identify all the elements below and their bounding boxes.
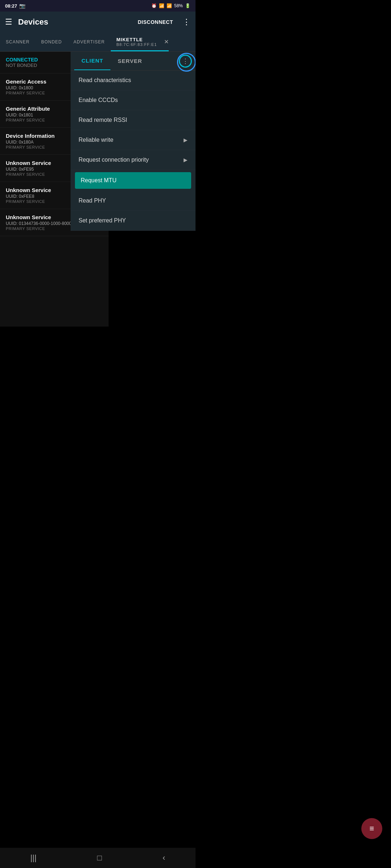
mikettle-tab[interactable]: MIKETTLE B8:7C:6F:83:FF:E1: [111, 33, 163, 51]
more-options-icon[interactable]: ⋮: [182, 17, 190, 27]
tab-scanner[interactable]: SCANNER: [0, 35, 35, 49]
chevron-right-icon: ▶: [184, 157, 188, 163]
chevron-right-icon: ▶: [184, 137, 188, 143]
tab-bonded[interactable]: BONDED: [35, 35, 68, 49]
tab-server[interactable]: SERVER: [110, 52, 149, 70]
menu-item-request-connection-priority[interactable]: Request connection priority ▶: [71, 150, 196, 170]
device-tab-name: MIKETTLE: [117, 37, 143, 42]
menu-item-reliable-write[interactable]: Reliable write ▶: [71, 130, 196, 150]
client-more-button[interactable]: ⋮: [179, 55, 192, 68]
tab-client[interactable]: CLIENT: [74, 52, 110, 70]
notification-icon: 📷: [19, 3, 25, 9]
wifi-icon: 📶: [159, 3, 164, 8]
three-dots-icon: ⋮: [182, 57, 189, 65]
time-display: 08:27: [5, 3, 17, 9]
menu-item-read-characteristics[interactable]: Read characteristics: [71, 71, 196, 90]
menu-item-read-remote-rssi[interactable]: Read remote RSSI: [71, 110, 196, 130]
active-device-tab[interactable]: MIKETTLE B8:7C:6F:83:FF:E1 ✕: [111, 33, 169, 52]
status-time-area: 08:27 📷: [5, 3, 25, 9]
device-tab-bar: SCANNER BONDED ADVERTISER MIKETTLE B8:7C…: [0, 33, 196, 52]
battery-icon: 🔋: [185, 3, 190, 8]
battery-display: 58%: [174, 3, 183, 8]
app-title: Devices: [18, 17, 132, 27]
disconnect-button[interactable]: DISCONNECT: [138, 19, 173, 25]
signal-icon: 📶: [167, 3, 172, 8]
tab-advertiser[interactable]: ADVERTISER: [68, 35, 110, 49]
menu-item-request-mtu[interactable]: Request MTU: [75, 172, 191, 189]
app-bar: ☰ Devices DISCONNECT ⋮: [0, 12, 196, 33]
device-tab-mac: B8:7C:6F:83:FF:E1: [117, 42, 157, 47]
menu-item-set-preferred-phy[interactable]: Set preferred PHY: [71, 211, 196, 231]
status-bar: 08:27 📷 ⏰ 📶 📶 58% 🔋: [0, 0, 196, 12]
alarm-icon: ⏰: [151, 3, 157, 8]
menu-item-read-phy[interactable]: Read PHY: [71, 191, 196, 211]
overlay-panel: CLIENT SERVER ⋮ Read characteristics Ena…: [71, 52, 196, 231]
content-area: CONNECTED NOT BONDED Generic Access UUID…: [0, 52, 196, 327]
menu-item-enable-cccds[interactable]: Enable CCCDs: [71, 90, 196, 110]
client-server-tab-bar: CLIENT SERVER ⋮: [71, 52, 196, 71]
close-tab-icon[interactable]: ✕: [164, 38, 169, 45]
status-icons: ⏰ 📶 📶 58% 🔋: [151, 3, 190, 8]
hamburger-icon[interactable]: ☰: [5, 17, 12, 27]
